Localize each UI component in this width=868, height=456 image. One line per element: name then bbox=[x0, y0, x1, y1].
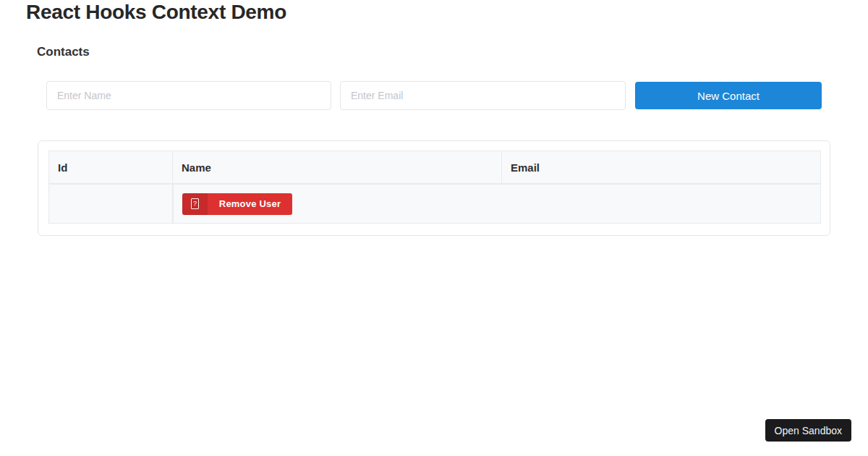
cell-id bbox=[48, 184, 173, 224]
name-input[interactable] bbox=[46, 81, 331, 110]
email-input[interactable] bbox=[340, 81, 626, 110]
header-email: Email bbox=[502, 151, 821, 184]
page-title: React Hooks Context Demo bbox=[26, 0, 286, 24]
contacts-table: Id Name Email ? Remove User bbox=[48, 151, 821, 224]
missing-glyph-icon: ? bbox=[182, 193, 208, 215]
missing-glyph-box: ? bbox=[191, 198, 199, 209]
table-header-row: Id Name Email bbox=[48, 151, 821, 184]
open-sandbox-button[interactable]: Open Sandbox bbox=[765, 419, 851, 442]
header-id: Id bbox=[48, 151, 173, 184]
table-row: ? Remove User bbox=[48, 184, 821, 224]
remove-user-button[interactable]: ? Remove User bbox=[182, 193, 292, 215]
remove-user-label: Remove User bbox=[208, 193, 292, 215]
contacts-card: Id Name Email ? Remove User bbox=[38, 140, 830, 236]
cell-name-email: ? Remove User bbox=[173, 184, 821, 224]
contacts-heading: Contacts bbox=[37, 44, 90, 59]
header-name: Name bbox=[173, 151, 502, 184]
new-contact-button[interactable]: New Contact bbox=[635, 82, 822, 109]
new-contact-form: New Contact bbox=[46, 81, 822, 110]
app-root: React Hooks Context Demo Contacts New Co… bbox=[0, 0, 868, 456]
